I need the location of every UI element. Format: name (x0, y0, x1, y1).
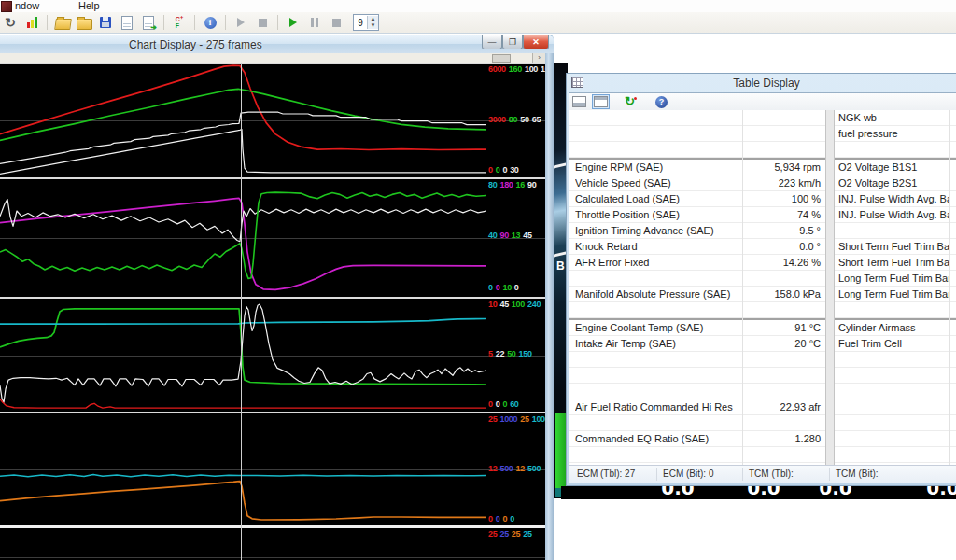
folder-icon[interactable] (76, 14, 92, 31)
table-row[interactable]: AFR Error Fixed14.26 %Short Term Fuel Tr… (569, 255, 956, 271)
axis-max-label: 0 (502, 399, 507, 409)
table-row[interactable]: Manifold Absolute Pressure (SAE)158.0 kP… (569, 287, 956, 302)
table-row[interactable]: NGK wb (569, 110, 956, 126)
frame-cursor[interactable] (241, 63, 242, 560)
param-name-cell: Calculated Load (SAE) (575, 193, 739, 204)
param-name-cell: Intake Air Temp (SAE) (575, 338, 739, 349)
axis-labels: 00100 (488, 283, 545, 292)
column-divider[interactable] (742, 110, 743, 466)
layout-bottom-icon[interactable] (572, 96, 586, 107)
units-cf-icon[interactable]: C⁺F (171, 14, 188, 31)
table-row[interactable]: Vehicle Speed (SAE)223 km/hO2 Voltage B2… (569, 175, 956, 191)
open-file-icon[interactable] (54, 14, 71, 31)
axis-max-label: 500 (527, 464, 541, 473)
spinner-down-icon[interactable]: ▼ (368, 22, 378, 29)
param-name-cell: Manifold Absolute Pressure (SAE) (575, 288, 739, 300)
status-item: ECM (Tbl): 27 (577, 469, 635, 479)
gauge-bar-green (555, 413, 566, 488)
param-value-cell: 74 % (742, 209, 821, 220)
table-row[interactable]: Engine Coolant Temp (SAE)91 °CCylinder A… (569, 318, 956, 336)
table-row[interactable] (569, 142, 956, 158)
close-button[interactable]: ✕ (523, 35, 549, 49)
table-row[interactable]: fuel pressure (569, 126, 956, 142)
axis-max-label: 100 (525, 64, 538, 74)
chart-title-bar[interactable]: Chart Display - 275 frames — ❐ ✕ (0, 35, 554, 53)
column-divider[interactable] (949, 110, 950, 466)
frame-rate-spinner[interactable]: 9 ▲▼ (353, 14, 379, 31)
chart-display-window: Chart Display - 275 frames — ❐ ✕ › 60001… (0, 35, 554, 560)
chart-pane-4 (0, 413, 486, 525)
record-stop-icon[interactable] (328, 14, 344, 31)
axis-max-label: 5 (488, 349, 493, 358)
table-row[interactable] (569, 384, 956, 399)
gauge-tick (554, 252, 566, 258)
table-row[interactable]: Ignition Timing Advance (SAE)9.5 ° (569, 223, 956, 239)
table-row[interactable]: Calculated Load (SAE)100 %INJ. Pulse Wid… (569, 191, 956, 207)
axis-max-label: 240 (527, 300, 541, 309)
table-row[interactable] (569, 415, 956, 431)
table-row[interactable]: Long Term Fuel Trim Ban (569, 271, 956, 287)
axis-max-label: 6000 (488, 64, 506, 74)
param-value-cell: 158.0 kPa (742, 288, 821, 300)
reconnect-icon[interactable]: ↻ (2, 14, 19, 31)
layout-selected[interactable] (592, 94, 610, 109)
status-item: TCM (Tbl): (749, 469, 794, 479)
param-name-cell: INJ. Pulse Width Avg. Ban (838, 193, 949, 204)
stop-icon[interactable] (254, 14, 271, 31)
param-name-cell: Cylinder Airmass (838, 322, 949, 333)
column-divider[interactable] (825, 110, 835, 466)
pause-icon[interactable] (306, 14, 323, 31)
axis-max-label: 50 (520, 115, 528, 124)
table-row[interactable]: Engine RPM (SAE)5,934 rpmO2 Voltage B1S1 (569, 158, 956, 175)
export-log-icon[interactable] (140, 14, 157, 31)
table-row[interactable] (569, 302, 956, 318)
param-value-cell: 20 °C (742, 338, 821, 349)
trace (0, 65, 486, 149)
table-row[interactable]: Commanded EQ Ratio (SAE)1.280 (569, 431, 956, 447)
scrollbar-thumb[interactable] (492, 54, 511, 63)
info-icon[interactable]: i (202, 14, 218, 31)
menu-help[interactable]: Help (75, 0, 104, 12)
maximize-button[interactable]: ❐ (502, 35, 523, 49)
hpt-logo-icon[interactable]: ↻ (625, 96, 635, 107)
table-row[interactable] (569, 352, 956, 368)
axis-labels: 0000 (488, 514, 545, 524)
table-title-bar[interactable]: Table Display (567, 74, 956, 92)
save-icon[interactable] (97, 14, 114, 31)
axis-max-label: 12 (488, 464, 497, 473)
chart-pane-1 (0, 63, 486, 177)
table-row[interactable]: Knock Retard0.0 °Short Term Fuel Trim Ba… (569, 239, 956, 255)
help-icon[interactable]: ? (655, 96, 668, 108)
param-name-cell: O2 Voltage B2S1 (838, 177, 949, 189)
menu-window[interactable]: ndow (11, 0, 43, 12)
scroll-right-icon[interactable]: › (532, 53, 545, 63)
table-row[interactable]: Intake Air Temp (SAE)20 °CFuel Trim Cell (569, 336, 956, 352)
chart-scrollbar[interactable]: › (0, 53, 545, 63)
table-window-title: Table Display (567, 77, 956, 90)
param-name-cell: Ignition Timing Advance (SAE) (575, 225, 739, 236)
document-icon[interactable] (119, 14, 135, 31)
toolbar-separator (277, 15, 278, 30)
minimize-button[interactable]: — (482, 35, 502, 49)
axis-max-label: 25 (523, 529, 531, 539)
table-row[interactable]: Throttle Position (SAE)74 %INJ. Pulse Wi… (569, 207, 956, 223)
axis-labels: 1045100240 (488, 300, 545, 309)
spinner-up-icon[interactable]: ▲ (368, 16, 378, 22)
axis-labels: 25252525 (488, 529, 545, 539)
axis-max-label: 16 (516, 180, 525, 189)
param-name-cell: Short Term Fuel Trim Ban (838, 241, 949, 252)
gauge-strip-label: B (556, 259, 565, 273)
table-row[interactable] (569, 447, 956, 463)
chart-plot-area[interactable]: › 60001601001003000805065000308018016904… (0, 53, 545, 560)
trace (0, 199, 486, 241)
table-row[interactable] (569, 368, 956, 384)
table-row[interactable]: Air Fuel Ratio Commanded Hi Res22.93 afr (569, 399, 956, 415)
record-play-icon[interactable] (285, 14, 302, 31)
rpm-gauge-icon[interactable] (23, 14, 40, 31)
param-value-cell: 91 °C (742, 322, 821, 333)
axis-labels: 00060 (488, 399, 545, 409)
axis-max-label: 0 (488, 165, 493, 175)
axis-max-label: 160 (509, 64, 522, 74)
axis-max-label: 3000 (488, 115, 506, 124)
play-icon[interactable] (232, 14, 249, 31)
